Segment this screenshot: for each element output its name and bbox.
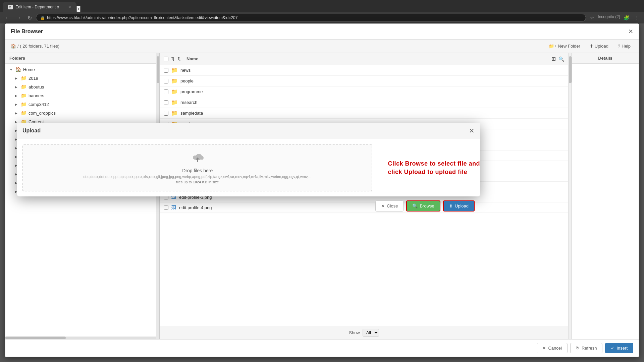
tree-item-label: comp3412 (29, 102, 49, 107)
folder-icon: 📁 (21, 84, 26, 89)
tree-item-home[interactable]: ▼ 🏠 Home (5, 65, 156, 74)
browser-tabs: ⚙ Edit item - Department o ✕ + (0, 0, 644, 12)
file-item-sampledata[interactable]: 📁 sampledata (160, 108, 568, 119)
refresh-button[interactable]: ↻ Refresh (570, 343, 603, 353)
file-name: news (180, 68, 191, 73)
file-name: sampledata (180, 111, 203, 116)
view-toggle-button[interactable]: ⊞ (551, 56, 556, 62)
expand-arrow: ▼ (9, 68, 13, 71)
browse-icon: 🔍 (412, 203, 418, 208)
file-name: programme (180, 89, 203, 94)
drop-text: Drop files here (182, 168, 213, 173)
breadcrumb: 🏠 / ( 26 folders, 71 files) (11, 44, 59, 49)
tab-title: Edit item - Department o (15, 5, 59, 9)
home-folder-icon: 🏠 (15, 67, 21, 72)
file-item-news[interactable]: 📁 news (160, 65, 568, 76)
menu-button[interactable]: ⋮ (633, 14, 641, 21)
details-panel: Details (572, 53, 639, 339)
name-column-header: Name (186, 56, 198, 61)
upload-submit-icon: ⬆ (449, 203, 453, 208)
select-all-checkbox[interactable] (164, 57, 168, 61)
file-item-research[interactable]: 📁 research (160, 97, 568, 108)
upload-dropzone[interactable]: Drop files here doc,docx,dot,dotx,ppt,pp… (22, 144, 372, 191)
checkmark-icon: ✓ (611, 346, 614, 351)
folder-icon: 📁 (21, 102, 26, 107)
file-list-scrollbar[interactable] (568, 53, 572, 339)
upload-submit-button[interactable]: ⬆ Upload (443, 200, 475, 212)
reload-button[interactable]: ↻ (25, 14, 34, 22)
upload-dialog-header: Upload ✕ (17, 123, 480, 139)
back-button[interactable]: ← (3, 14, 12, 21)
expand-arrow: ▶ (15, 94, 19, 98)
upload-dialog-footer: ✕ Close 🔍 Browse ⬆ Upload (17, 197, 480, 215)
expand-arrow: ▶ (15, 103, 19, 106)
incognito-label: Incognito (2) (598, 14, 620, 21)
search-button[interactable]: 🔍 (558, 56, 564, 62)
tree-item-label: aboutus (29, 84, 44, 89)
address-bar[interactable]: 🔒 https://www.cs.hku.hk/administrator/in… (36, 14, 586, 22)
modal-title: File Browser (11, 28, 43, 35)
file-item-programme[interactable]: 📁 programme (160, 86, 568, 97)
url-text: https://www.cs.hku.hk/administrator/inde… (47, 15, 237, 20)
tab-favicon: ⚙ (8, 5, 13, 9)
cancel-button[interactable]: ✕ Cancel (537, 343, 567, 353)
breadcrumb-bar: 🏠 / ( 26 folders, 71 files) 📁+ New Folde… (5, 40, 639, 53)
item-checkbox[interactable] (164, 79, 168, 83)
modal-close-button[interactable]: ✕ (628, 28, 633, 35)
extensions-button[interactable]: 🧩 (622, 14, 631, 21)
tree-item-aboutus[interactable]: ▶ 📁 aboutus (5, 82, 156, 91)
item-checkbox[interactable] (164, 111, 168, 116)
toolbar-icons: ☆ Incognito (2) 🧩 ⋮ (588, 14, 641, 21)
cloud-upload-icon (191, 152, 204, 167)
new-folder-button[interactable]: 📁+ New Folder (546, 42, 583, 50)
folder-icon: 📁 (21, 110, 26, 116)
cancel-icon: ✕ (542, 346, 546, 351)
tab-close-button[interactable]: ✕ (68, 5, 71, 9)
upload-close-button[interactable]: ✕ Close (375, 200, 404, 212)
browser-chrome: ⚙ Edit item - Department o ✕ + ← → ↻ 🔒 h… (0, 0, 644, 23)
upload-dialog-close-button[interactable]: ✕ (469, 127, 475, 135)
tree-item-2019[interactable]: ▶ 📁 2019 (5, 74, 156, 82)
new-folder-icon: 📁+ (549, 44, 557, 49)
item-checkbox[interactable] (164, 89, 168, 94)
active-tab[interactable]: ⚙ Edit item - Department o ✕ (3, 2, 76, 12)
forward-button[interactable]: → (14, 14, 23, 21)
tree-item-comp3412[interactable]: ▶ 📁 comp3412 (5, 100, 156, 109)
help-icon: ? (618, 44, 620, 49)
file-name: people (180, 78, 194, 83)
footer-bar: ✕ Cancel ↻ Refresh ✓ Insert (5, 339, 639, 357)
tree-item-banners[interactable]: ▶ 📁 banners (5, 91, 156, 100)
close-icon: ✕ (381, 203, 385, 208)
folder-icon: 📁 (21, 93, 26, 98)
new-tab-button[interactable]: + (76, 6, 80, 12)
breadcrumb-actions: 📁+ New Folder ⬆ Upload ? Help (546, 42, 633, 50)
upload-button[interactable]: ⬆ Upload (587, 42, 611, 50)
sort-button[interactable]: ⇅ (171, 56, 175, 61)
lock-icon: 🔒 (40, 16, 45, 20)
tree-item-label: com_droppics (29, 111, 56, 116)
bookmark-button[interactable]: ☆ (588, 14, 596, 21)
tree-item-label: 2019 (29, 76, 38, 81)
tree-item-com-droppics[interactable]: ▶ 📁 com_droppics (5, 109, 156, 117)
expand-arrow: ▶ (15, 111, 19, 115)
expand-arrow: ▶ (15, 85, 19, 89)
insert-button[interactable]: ✓ Insert (605, 343, 633, 353)
folder-icon: 📁 (171, 88, 178, 95)
upload-instruction: Click Browse to select file and click Up… (388, 160, 480, 176)
folder-icon: 📁 (171, 99, 178, 106)
scrollbar-thumb[interactable] (569, 56, 572, 83)
show-select[interactable]: All 25 50 (363, 329, 379, 337)
upload-dialog: Upload ✕ Drop files here doc,docx,dot,do… (17, 123, 480, 196)
file-browser-modal: File Browser ✕ 🏠 / ( 26 folders, 71 file… (5, 23, 639, 357)
file-item-people[interactable]: 📁 people (160, 76, 568, 86)
help-button[interactable]: ? Help (615, 42, 633, 50)
sort-button-2[interactable]: ⇅ (177, 56, 181, 61)
home-icon[interactable]: 🏠 (11, 44, 16, 49)
item-checkbox[interactable] (164, 68, 168, 73)
browse-button[interactable]: 🔍 Browse (406, 200, 440, 212)
show-label: Show (349, 330, 360, 335)
item-checkbox[interactable] (164, 100, 168, 105)
folders-header-label: Folders (9, 56, 25, 61)
upload-dialog-title: Upload (22, 128, 41, 134)
svg-text:⚙: ⚙ (9, 6, 11, 9)
